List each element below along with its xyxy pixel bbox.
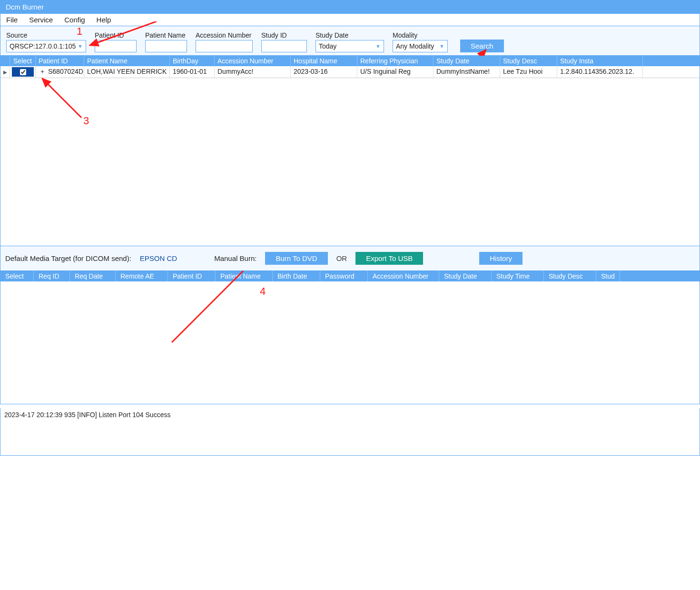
col-birthday[interactable]: BirthDay xyxy=(170,56,215,66)
col-patient-name[interactable]: Patient Name xyxy=(84,56,170,66)
col2-reqid[interactable]: Req ID xyxy=(34,271,70,281)
patient-id-label: Patient ID xyxy=(95,31,137,39)
col2-sdesc[interactable]: Study Desc xyxy=(544,271,596,281)
accession-input[interactable] xyxy=(196,40,253,52)
media-target-value[interactable]: EPSON CD xyxy=(140,254,177,262)
history-button[interactable]: History xyxy=(479,252,523,265)
col2-pwd[interactable]: Password xyxy=(320,271,368,281)
col2-acc[interactable]: Accession Number xyxy=(368,271,439,281)
or-label: OR xyxy=(336,254,347,262)
col2-pid[interactable]: Patient ID xyxy=(168,271,216,281)
window-titlebar: Dcm Burner xyxy=(0,0,700,14)
col-accession[interactable]: Accession Number xyxy=(215,56,291,66)
queue-grid-header: Select Req ID Req Date Remote AE Patient… xyxy=(0,271,700,281)
chevron-down-icon: ▼ xyxy=(375,43,381,49)
chevron-down-icon: ▼ xyxy=(439,43,444,49)
table-row[interactable]: ▶ +S6807024D LOH,WAI YEEN DERRICK 1960-0… xyxy=(0,66,700,78)
svg-line-5 xyxy=(42,79,81,118)
search-panel: Source QRSCP:127.0.0.1:105 ▼ Patient ID … xyxy=(0,26,700,56)
col2-bdate[interactable]: Birth Date xyxy=(273,271,320,281)
cell-accession: DummyAcc! xyxy=(215,66,291,78)
arrow-icon xyxy=(167,271,262,347)
export-usb-button[interactable]: Export To USB xyxy=(355,252,423,265)
col2-suid[interactable]: Stud xyxy=(596,271,620,281)
cell-study-uid: 1.2.840.114356.2023.12. xyxy=(557,66,643,78)
cell-referring: U/S Inguinal Reg xyxy=(357,66,434,78)
col-study-uid[interactable]: Study Insta xyxy=(557,56,643,66)
log-panel: 2023-4-17 20:12:39 935 [INFO] Listen Por… xyxy=(0,408,700,456)
svg-line-7 xyxy=(172,271,253,342)
col-patient-id[interactable]: Patient ID xyxy=(36,56,84,66)
col-study-date[interactable]: Study Date xyxy=(434,56,500,66)
col2-remoteae[interactable]: Remote AE xyxy=(116,271,168,281)
menu-config[interactable]: Config xyxy=(64,16,85,24)
menu-file[interactable]: File xyxy=(6,16,18,24)
col2-select[interactable]: Select xyxy=(0,271,34,281)
menu-service[interactable]: Service xyxy=(29,16,53,24)
col2-sdate[interactable]: Study Date xyxy=(439,271,492,281)
patient-name-label: Patient Name xyxy=(145,31,187,39)
annotation-4: 4 xyxy=(260,285,266,298)
cell-study-desc: Lee Tzu Hooi xyxy=(500,66,557,78)
study-date-label: Study Date xyxy=(315,31,384,39)
cell-birthday: 1960-01-01 xyxy=(170,66,215,78)
patient-id-input[interactable] xyxy=(95,40,137,52)
col2-pname[interactable]: Patient Name xyxy=(216,271,273,281)
modality-label: Modality xyxy=(393,31,448,39)
study-id-label: Study ID xyxy=(261,31,307,39)
col2-stime[interactable]: Study Time xyxy=(492,271,544,281)
annotation-3: 3 xyxy=(83,115,89,127)
modality-dropdown[interactable]: Any Modality ▼ xyxy=(393,40,448,52)
chevron-down-icon: ▼ xyxy=(78,43,83,49)
study-date-value: Today xyxy=(319,42,336,50)
menu-help[interactable]: Help xyxy=(97,16,111,24)
burn-dvd-button[interactable]: Burn To DVD xyxy=(265,252,327,265)
arrow-icon xyxy=(39,75,86,122)
patient-name-input[interactable] xyxy=(145,40,187,52)
source-value: QRSCP:127.0.0.1:105 xyxy=(10,42,76,50)
source-dropdown[interactable]: QRSCP:127.0.0.1:105 ▼ xyxy=(6,40,86,52)
col-hospital[interactable]: Hospital Name xyxy=(291,56,357,66)
menubar: File Service Config Help xyxy=(0,14,700,26)
window-title: Dcm Burner xyxy=(6,3,44,11)
col-study-desc[interactable]: Study Desc xyxy=(500,56,557,66)
manual-burn-label: Manual Burn: xyxy=(214,254,256,262)
study-date-dropdown[interactable]: Today ▼ xyxy=(315,40,384,52)
cell-patient-id: S6807024D xyxy=(48,68,83,75)
modality-value: Any Modality xyxy=(396,42,434,50)
col2-reqdate[interactable]: Req Date xyxy=(70,271,116,281)
results-grid: Select Patient ID Patient Name BirthDay … xyxy=(0,56,700,246)
col-referring[interactable]: Referring Physician xyxy=(357,56,434,66)
search-button[interactable]: Search xyxy=(460,40,504,52)
col-select[interactable]: Select xyxy=(10,56,36,66)
row-select-checkbox[interactable] xyxy=(20,69,26,75)
row-indicator-icon: ▶ xyxy=(0,66,10,78)
media-target-label: Default Media Target (for DICOM send): xyxy=(5,254,131,262)
source-label: Source xyxy=(6,31,86,39)
cell-patient-name: LOH,WAI YEEN DERRICK xyxy=(84,66,170,78)
cell-study-date: DummyInstName! xyxy=(434,66,500,78)
accession-label: Accession Number xyxy=(196,31,253,39)
cell-hospital: 2023-03-16 xyxy=(291,66,357,78)
expand-icon[interactable]: + xyxy=(39,68,46,75)
burn-panel: Default Media Target (for DICOM send): E… xyxy=(0,246,700,271)
log-line: 2023-4-17 20:12:39 935 [INFO] Listen Por… xyxy=(4,411,696,419)
study-id-input[interactable] xyxy=(261,40,307,52)
queue-grid: Select Req ID Req Date Remote AE Patient… xyxy=(0,271,700,404)
results-grid-header: Select Patient ID Patient Name BirthDay … xyxy=(0,56,700,66)
